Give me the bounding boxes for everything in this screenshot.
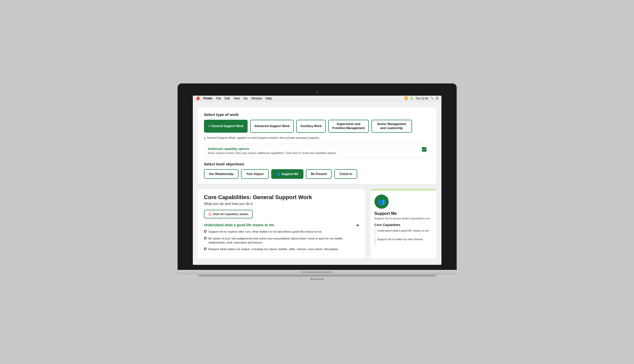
hide-icon: 🚫 <box>208 212 212 216</box>
work-type-general[interactable]: ✓ General Support Work <box>204 120 248 133</box>
work-type-card: Select type of work ✓ General Support Wo… <box>198 107 436 184</box>
macbook-label: MacBook <box>178 278 457 281</box>
core-cap-bar <box>374 237 375 245</box>
bullet-icon <box>204 237 207 239</box>
level-buttons: Our Relationship Your Impact 👥 Support M… <box>204 169 430 179</box>
work-type-title: Select type of work <box>204 112 430 117</box>
page-main-title: Core Capabilities: General Support Work <box>204 194 359 201</box>
bullet-icon <box>204 230 207 233</box>
sidebar-title: Support Me <box>374 211 432 216</box>
work-type-ancillary[interactable]: Ancillary Work <box>296 120 326 133</box>
capability-title: Additional capability options <box>208 147 337 151</box>
sidebar-icon: 👥 <box>374 195 389 209</box>
sidebar-content: 👥 Support Me Support me to pursue what's… <box>370 189 436 258</box>
core-cap-title: Core Capabilties <box>374 223 432 227</box>
work-type-buttons: ✓ General Support Work Advanced Support … <box>204 120 430 133</box>
macbook-screen: 🍎 Finder File Edit View Go Window Help 📶… <box>193 96 441 265</box>
info-text: ℹ General Support Work: applies to most … <box>204 136 430 140</box>
clock: Thu 21:56 <box>416 97 428 100</box>
main-content: Core Capabilities: General Support Work … <box>198 189 365 258</box>
search-icon[interactable]: 🔍 <box>430 97 434 100</box>
wifi-icon: 📶 <box>404 97 408 100</box>
window-menu[interactable]: Window <box>251 97 262 100</box>
help-menu[interactable]: Help <box>266 97 272 100</box>
hide-all-button[interactable]: 🚫 Hide All Capability details <box>204 210 253 218</box>
view-menu[interactable]: View <box>233 97 240 100</box>
macbook-bezel: 🍎 Finder File Edit View Go Window Help 📶… <box>178 83 457 270</box>
level-check-in[interactable]: Check In <box>334 169 357 179</box>
work-type-senior[interactable]: Senior Management and Leadership <box>371 120 412 133</box>
file-menu[interactable]: File <box>216 97 221 100</box>
level-our-relationship[interactable]: Our Relationship <box>204 169 239 179</box>
capability-section-title: Understand what a good life means to me <box>204 223 359 227</box>
chevron-up-icon[interactable] <box>356 224 359 226</box>
level-your-impact[interactable]: Your Impact <box>241 169 268 179</box>
camera <box>316 91 318 93</box>
battery-icon: 🔋 <box>410 97 414 100</box>
capability-desc: Some support worker roles may require ad… <box>208 151 337 154</box>
sidebar-desc: Support me to pursue what's important to… <box>374 217 432 220</box>
menu-bar: 🍎 Finder File Edit View Go Window Help 📶… <box>193 96 441 101</box>
screen-content: Select type of work ✓ General Support Wo… <box>193 101 441 265</box>
sidebar-inner: 👥 Support Me Support me to pursue what's… <box>370 190 436 250</box>
info-icon: ℹ <box>204 136 205 140</box>
level-be-present[interactable]: Be Present <box>306 169 332 179</box>
menu-bar-right: 📶 🔋 Thu 21:56 🔍 ☰ <box>404 97 438 100</box>
core-cap-text: Support me to make my own choices <box>377 237 423 241</box>
macbook-notch <box>302 271 332 273</box>
capability-box[interactable]: Additional capability options Some suppo… <box>204 144 430 158</box>
core-cap-item-1: Understand what a good life means to me <box>374 229 432 236</box>
core-cap-bar <box>374 229 375 236</box>
macbook-base <box>178 270 457 274</box>
page-sub-title: What you do and how you do it <box>204 202 359 206</box>
list-item: Support me to express who I am, what mat… <box>204 230 359 234</box>
capability-text: Additional capability options Some suppo… <box>208 147 337 154</box>
apple-logo: 🍎 <box>196 96 200 100</box>
menu-bar-left: 🍎 Finder File Edit View Go Window Help <box>196 96 272 100</box>
core-cap-text: Understand what a good life means to me <box>377 229 429 233</box>
work-type-advanced[interactable]: Advanced Support Work <box>250 120 294 133</box>
core-cap-item-2: Support me to make my own choices <box>374 237 432 245</box>
edit-menu[interactable]: Edit <box>225 97 230 100</box>
support-me-icon: 👥 <box>276 172 280 176</box>
bullet-list: Support me to express who I am, what mat… <box>204 230 359 251</box>
bottom-layout: Core Capabilities: General Support Work … <box>198 189 436 258</box>
list-item: Respect what makes me unique, including … <box>204 247 359 251</box>
macbook-foot <box>198 274 436 276</box>
list-item: Be aware of your own judgements and chec… <box>204 236 359 245</box>
go-menu[interactable]: Go <box>244 97 248 100</box>
capability-checkbox[interactable] <box>422 147 426 152</box>
bullet-icon <box>204 248 207 250</box>
work-type-supervision[interactable]: Supervision andFrontline Management <box>328 120 369 133</box>
level-support-me[interactable]: 👥 Support Me <box>271 169 303 179</box>
menu-icon[interactable]: ☰ <box>436 97 438 100</box>
objectives-section: Select level objectives Our Relationship… <box>204 162 430 179</box>
objectives-title: Select level objectives <box>204 162 430 166</box>
finder-label: Finder <box>203 97 213 100</box>
